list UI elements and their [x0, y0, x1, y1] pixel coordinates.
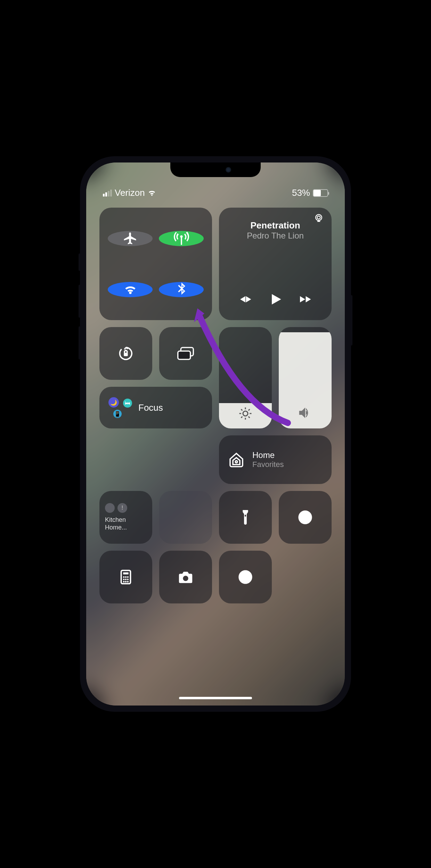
svg-point-10 — [123, 576, 125, 578]
flashlight-button[interactable] — [219, 491, 272, 544]
orientation-lock-toggle[interactable] — [99, 327, 152, 380]
mute-switch — [79, 253, 81, 271]
focus-modes-icon: 🌙 🛏 📱 — [108, 397, 132, 418]
phone-device-frame: Verizon 53% — [80, 156, 351, 712]
calculator-icon — [118, 569, 134, 585]
svg-rect-9 — [123, 573, 128, 575]
side-button — [350, 295, 352, 345]
calculator-button[interactable] — [99, 551, 152, 603]
svg-rect-4 — [178, 351, 190, 359]
battery-icon — [313, 189, 328, 197]
kitchen-line2: Home... — [105, 524, 127, 531]
screen: Verizon 53% — [86, 162, 345, 706]
screen-mirroring-button[interactable] — [159, 327, 212, 380]
play-button[interactable] — [268, 292, 282, 306]
volume-slider[interactable] — [279, 327, 332, 428]
svg-point-13 — [123, 578, 125, 580]
svg-point-5 — [243, 411, 248, 416]
now-playing-tile[interactable]: Penetration Pedro The Lion — [219, 208, 332, 320]
record-icon — [237, 569, 253, 585]
airplane-mode-toggle[interactable] — [108, 231, 153, 246]
svg-point-15 — [127, 578, 129, 580]
svg-point-18 — [127, 581, 129, 583]
wifi-icon — [123, 282, 138, 297]
svg-point-11 — [125, 576, 127, 578]
airplay-icon[interactable] — [314, 214, 324, 223]
bluetooth-icon — [174, 282, 189, 297]
home-indicator[interactable] — [179, 697, 252, 699]
svg-point-16 — [123, 581, 125, 583]
next-track-button[interactable] — [299, 293, 311, 306]
front-camera — [226, 167, 231, 173]
battery-percent: 53% — [292, 187, 310, 198]
homepod-icon: ! — [105, 503, 127, 513]
svg-point-14 — [125, 578, 127, 580]
svg-point-0 — [316, 215, 322, 221]
wifi-toggle[interactable] — [108, 282, 153, 297]
track-artist: Pedro The Lion — [247, 231, 304, 241]
volume-icon — [297, 405, 313, 421]
volume-up-button — [79, 285, 81, 318]
cellular-signal-icon — [103, 190, 112, 197]
wifi-status-icon — [148, 190, 156, 197]
svg-point-20 — [243, 574, 248, 579]
svg-rect-2 — [124, 353, 128, 356]
flashlight-icon — [237, 509, 253, 525]
airplane-icon — [123, 231, 138, 246]
timer-icon — [297, 509, 313, 525]
status-bar: Verizon 53% — [86, 187, 345, 198]
carrier-label: Verizon — [115, 187, 145, 198]
cellular-antenna-icon — [174, 231, 189, 246]
notch — [170, 162, 261, 177]
focus-label: Focus — [138, 402, 163, 413]
brightness-slider[interactable] — [219, 327, 272, 428]
home-subtitle: Favorites — [252, 460, 284, 469]
brightness-icon — [238, 406, 253, 421]
focus-button[interactable]: 🌙 🛏 📱 Focus — [99, 387, 212, 428]
kitchen-line1: Kitchen — [105, 516, 126, 523]
bluetooth-toggle[interactable] — [159, 282, 204, 297]
svg-point-1 — [317, 216, 320, 219]
svg-point-12 — [127, 576, 129, 578]
screen-record-button[interactable] — [219, 551, 272, 603]
volume-down-button — [79, 326, 81, 359]
homepod-kitchen-button[interactable]: ! KitchenHome... — [99, 491, 152, 544]
connectivity-group[interactable] — [99, 208, 212, 320]
svg-point-6 — [235, 461, 237, 463]
svg-point-17 — [125, 581, 127, 583]
previous-track-button[interactable] — [239, 293, 252, 306]
timer-button[interactable] — [279, 491, 332, 544]
camera-icon — [178, 569, 194, 585]
home-favorites-button[interactable]: Home Favorites — [219, 435, 332, 484]
home-title: Home — [252, 450, 284, 460]
track-title: Penetration — [247, 220, 304, 231]
camera-button[interactable] — [159, 551, 212, 603]
cellular-data-toggle[interactable] — [159, 231, 204, 246]
empty-tile — [159, 491, 212, 544]
home-icon — [228, 451, 245, 468]
